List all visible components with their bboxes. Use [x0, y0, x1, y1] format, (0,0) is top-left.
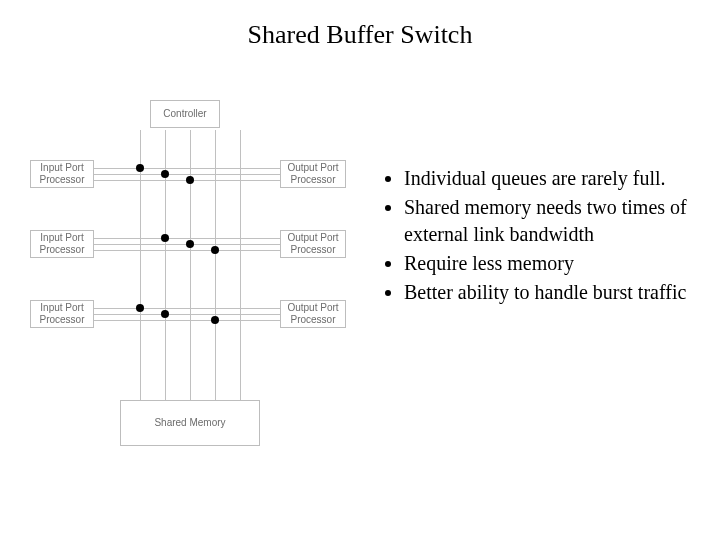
connection-dot	[136, 304, 144, 312]
port-line	[94, 168, 280, 169]
output-port-box: Output Port Processor	[280, 230, 346, 258]
slide-title: Shared Buffer Switch	[0, 20, 720, 50]
bus-line	[215, 130, 216, 400]
connection-dot	[161, 234, 169, 242]
bullet-item: Better ability to handle burst traffic	[404, 279, 700, 306]
port-line	[94, 250, 280, 251]
port-line	[94, 320, 280, 321]
slide: Shared Buffer Switch Controller Input Po…	[0, 0, 720, 540]
output-port-box: Output Port Processor	[280, 160, 346, 188]
connection-dot	[211, 246, 219, 254]
port-line	[94, 308, 280, 309]
bullet-list: Individual queues are rarely full. Share…	[380, 165, 700, 308]
port-line	[94, 238, 280, 239]
bus-line	[240, 130, 241, 400]
input-port-box: Input Port Processor	[30, 300, 94, 328]
shared-buffer-diagram: Controller Input Port Processor Output P…	[20, 100, 370, 460]
input-port-box: Input Port Processor	[30, 230, 94, 258]
connection-dot	[161, 310, 169, 318]
connection-dot	[186, 176, 194, 184]
bullet-item: Shared memory needs two times of externa…	[404, 194, 700, 248]
input-port-box: Input Port Processor	[30, 160, 94, 188]
connection-dot	[136, 164, 144, 172]
connection-dot	[211, 316, 219, 324]
port-line	[94, 314, 280, 315]
output-port-box: Output Port Processor	[280, 300, 346, 328]
connection-dot	[186, 240, 194, 248]
bullet-item: Individual queues are rarely full.	[404, 165, 700, 192]
shared-memory-box: Shared Memory	[120, 400, 260, 446]
bullet-item: Require less memory	[404, 250, 700, 277]
connection-dot	[161, 170, 169, 178]
port-line	[94, 174, 280, 175]
controller-box: Controller	[150, 100, 220, 128]
bus-line	[190, 130, 191, 400]
